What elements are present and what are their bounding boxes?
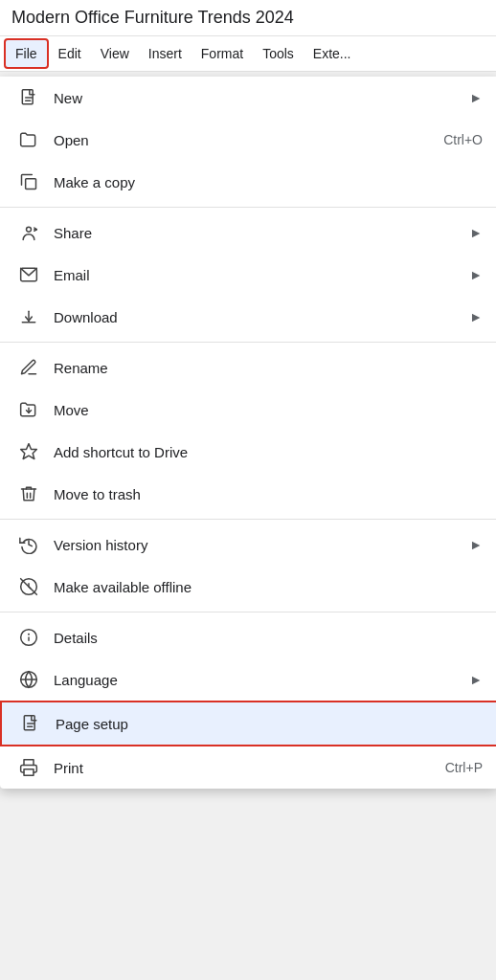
menu-item-open[interactable]: Open Ctrl+O [0,119,496,161]
globe-icon [15,668,42,691]
menu-item-new-label: New [54,90,462,106]
info-icon [15,626,42,649]
print-shortcut: Ctrl+P [445,760,483,775]
menu-item-download-label: Download [54,309,462,325]
file-dropdown-menu: New ► Open Ctrl+O Make a copy Share ► Em… [0,77,496,789]
download-icon [15,305,42,328]
move-icon [15,398,42,421]
new-arrow-icon: ► [469,90,483,105]
menu-item-download[interactable]: Download ► [0,296,496,338]
menu-item-move[interactable]: Move [0,389,496,431]
email-arrow-icon: ► [469,267,483,282]
divider-1 [0,207,496,208]
menu-item-print-label: Print [54,760,445,776]
version-history-arrow-icon: ► [469,537,483,552]
divider-2 [0,342,496,343]
menu-item-details[interactable]: Details [0,616,496,658]
menu-item-email-label: Email [54,267,462,283]
menu-item-make-offline[interactable]: Make available offline [0,566,496,608]
folder-icon [15,128,42,151]
download-arrow-icon: ► [469,309,483,324]
menu-item-open-label: Open [54,132,443,148]
menu-bar-file[interactable]: File [4,38,49,69]
menu-item-share-label: Share [54,225,462,241]
email-icon [15,263,42,286]
history-icon [15,533,42,556]
menu-item-share[interactable]: Share ► [0,212,496,254]
document-title: Modern Office Furniture Trends 2024 [11,8,294,27]
menu-item-move-label: Move [54,402,483,418]
menu-bar-format[interactable]: Format [192,40,253,67]
divider-4 [0,612,496,612]
menu-item-add-shortcut-label: Add shortcut to Drive [54,444,483,460]
menu-item-make-offline-label: Make available offline [54,579,483,595]
language-arrow-icon: ► [469,672,483,687]
share-arrow-icon: ► [469,225,483,240]
menu-bar: File Edit View Insert Format Tools Exte.… [0,36,496,72]
svg-rect-21 [24,769,34,776]
trash-icon [15,482,42,505]
menu-bar-edit[interactable]: Edit [49,40,91,67]
menu-item-details-label: Details [54,630,483,646]
divider-3 [0,519,496,520]
menu-item-version-history[interactable]: Version history ► [0,523,496,566]
menu-item-rename[interactable]: Rename [0,346,496,389]
offline-icon [15,575,42,598]
page-icon [17,712,44,735]
svg-rect-0 [22,90,33,104]
svg-marker-10 [21,444,37,459]
copy-icon [15,170,42,193]
menu-item-print[interactable]: Print Ctrl+P [0,746,496,789]
menu-item-page-setup[interactable]: Page setup [0,701,496,746]
menu-item-new[interactable]: New ► [0,77,496,119]
title-bar: Modern Office Furniture Trends 2024 [0,0,496,36]
menu-item-page-setup-label: Page setup [56,716,481,732]
menu-bar-view[interactable]: View [91,40,139,67]
document-icon [15,86,42,109]
menu-item-add-shortcut[interactable]: Add shortcut to Drive [0,431,496,473]
menu-bar-insert[interactable]: Insert [139,40,192,67]
shortcut-icon [15,440,42,463]
open-shortcut: Ctrl+O [443,132,483,147]
menu-item-email[interactable]: Email ► [0,254,496,296]
svg-rect-3 [26,179,36,189]
svg-point-4 [27,227,32,232]
menu-item-move-trash-label: Move to trash [54,486,483,502]
menu-item-rename-label: Rename [54,360,483,376]
menu-item-move-trash[interactable]: Move to trash [0,473,496,515]
print-icon [15,756,42,779]
pencil-icon [15,356,42,379]
share-icon [15,221,42,244]
menu-item-make-copy[interactable]: Make a copy [0,161,496,203]
menu-item-language-label: Language [54,672,462,688]
menu-bar-extensions[interactable]: Exte... [304,40,361,67]
menu-item-make-copy-label: Make a copy [54,174,483,190]
menu-bar-tools[interactable]: Tools [253,40,304,67]
menu-item-version-history-label: Version history [54,537,462,553]
svg-rect-18 [24,716,34,730]
menu-item-language[interactable]: Language ► [0,658,496,701]
